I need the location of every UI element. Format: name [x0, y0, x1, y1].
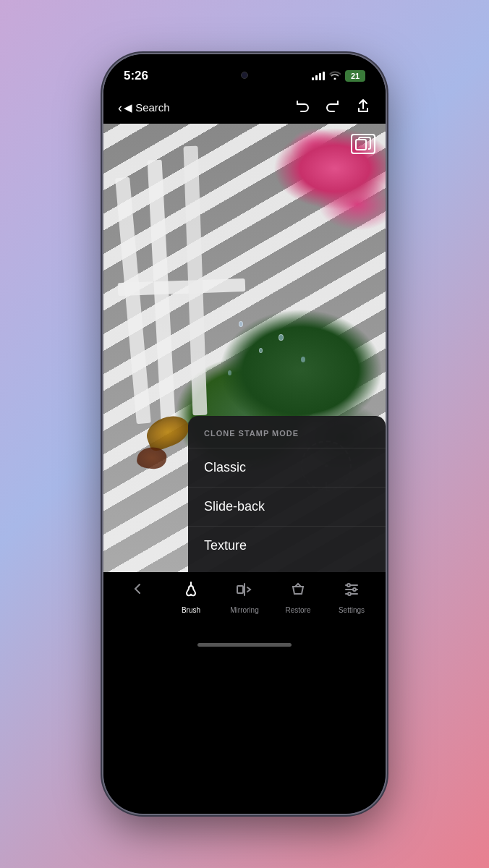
status-time: 5:26	[124, 69, 148, 83]
signal-bar-2	[315, 75, 318, 80]
status-bar: 5:26 21	[103, 54, 386, 92]
water-drop-1	[239, 321, 243, 327]
mirroring-label: Mirroring	[230, 606, 258, 614]
signal-bar-4	[323, 72, 325, 80]
restore-label: Restore	[285, 606, 310, 614]
top-nav: ‹ ◀ Search	[103, 92, 386, 124]
svg-rect-3	[237, 586, 243, 593]
svg-point-7	[347, 584, 350, 587]
wifi-icon	[329, 70, 341, 82]
tool-settings[interactable]: Settings	[330, 581, 373, 614]
layers-button[interactable]	[351, 134, 375, 154]
signal-bar-3	[319, 73, 321, 80]
dropdown-item-slideback[interactable]: Slide-back	[188, 487, 386, 526]
dropdown-item-texture[interactable]: Texture	[188, 526, 386, 565]
redo-button[interactable]	[325, 98, 341, 118]
signal-bar-1	[312, 77, 314, 80]
back-button[interactable]: ‹ ◀ Search	[118, 101, 170, 116]
mirroring-icon	[236, 581, 253, 603]
settings-icon	[343, 581, 360, 603]
svg-point-8	[353, 588, 356, 591]
tool-brush[interactable]: Brush	[169, 581, 213, 614]
tool-mirroring[interactable]: Mirroring	[223, 581, 266, 614]
phone-screen: 5:26 21	[103, 54, 386, 814]
dropdown-title: CLONE STAMP MODE	[188, 429, 386, 448]
back-label: ◀ Search	[124, 101, 170, 114]
svg-rect-0	[356, 140, 366, 150]
restore-icon	[289, 581, 307, 603]
status-icons: 21	[312, 70, 365, 82]
phone-frame: 5:26 21	[103, 54, 386, 814]
undo-button[interactable]	[294, 98, 310, 118]
svg-point-9	[348, 592, 351, 595]
share-button[interactable]	[355, 98, 371, 118]
camera-dot	[241, 72, 248, 79]
water-drop-2	[259, 348, 263, 353]
clone-stamp-menu: CLONE STAMP MODE Classic Slide-back Text…	[188, 416, 386, 572]
brush-icon	[182, 581, 200, 603]
back-chevron: ‹	[118, 101, 122, 116]
battery-indicator: 21	[345, 70, 365, 82]
dropdown-item-classic[interactable]: Classic	[188, 448, 386, 487]
home-bar	[197, 643, 292, 647]
photo-canvas[interactable]: CLONE STAMP MODE Classic Slide-back Text…	[103, 124, 386, 572]
nav-actions	[294, 98, 371, 118]
water-drop-4	[228, 370, 231, 375]
home-indicator	[103, 634, 386, 655]
brush-label: Brush	[182, 606, 200, 614]
tool-restore[interactable]: Restore	[276, 581, 320, 614]
back-arrow-icon	[129, 581, 145, 601]
signal-bars	[312, 72, 325, 80]
dynamic-island	[201, 63, 288, 88]
settings-label: Settings	[339, 606, 365, 614]
tool-back[interactable]	[116, 581, 159, 601]
bottom-toolbar: Brush Mirroring	[103, 572, 386, 634]
